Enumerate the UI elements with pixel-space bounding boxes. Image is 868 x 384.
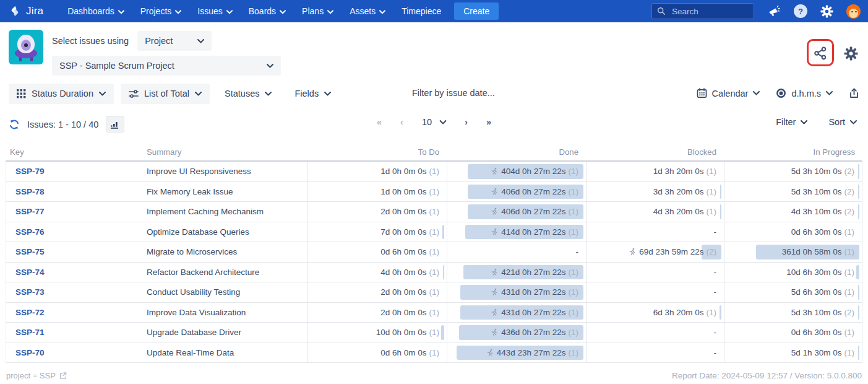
create-button[interactable]: Create bbox=[454, 2, 499, 20]
cell-summary: Update Real-Time Data bbox=[142, 343, 307, 363]
table-row: SSP-77Implement Caching Mechanism2d 0h 0… bbox=[6, 202, 862, 222]
status-duration-table: Key Summary To Do Done Blocked In Progre… bbox=[6, 143, 862, 363]
issue-key-link[interactable]: SSP-79 bbox=[15, 167, 45, 176]
cell-summary: Optimize Database Queries bbox=[142, 222, 307, 242]
issue-count: (1) bbox=[844, 268, 855, 277]
fields-button[interactable]: Fields bbox=[286, 84, 339, 104]
issue-key-link[interactable]: SSP-70 bbox=[15, 348, 45, 357]
help-icon[interactable]: ? bbox=[794, 4, 807, 18]
time-format-selector[interactable]: d.h.m.s bbox=[776, 88, 833, 98]
issue-count: (1) bbox=[429, 207, 440, 216]
issue-key-link[interactable]: SSP-73 bbox=[15, 287, 45, 297]
table-row: SSP-75Migrate to Microservices0d 6h 0m 0… bbox=[6, 242, 862, 263]
nav-item-boards[interactable]: Boards bbox=[241, 0, 294, 22]
app-avatar bbox=[9, 30, 43, 64]
nav-item-assets[interactable]: Assets bbox=[342, 0, 393, 22]
issue-key-link[interactable]: SSP-76 bbox=[15, 227, 45, 237]
nav-item-projects[interactable]: Projects bbox=[132, 0, 190, 22]
nav-item-dashboards[interactable]: Dashboards bbox=[59, 0, 132, 22]
issue-count: (1) bbox=[429, 287, 440, 297]
prev-page-button[interactable]: ‹ bbox=[400, 117, 403, 127]
calendar-selector[interactable]: Calendar bbox=[697, 88, 760, 98]
cell-inprogress: 0d 6h 30m 0s(1) bbox=[724, 323, 862, 343]
chevron-down-icon bbox=[118, 10, 124, 14]
issue-count: (1) bbox=[429, 187, 440, 196]
report-type-button[interactable]: Status Duration bbox=[9, 84, 114, 104]
user-avatar[interactable] bbox=[846, 4, 861, 19]
filter-button[interactable]: Filter bbox=[776, 117, 807, 127]
duration-value: 4d 0h 0m 0s bbox=[380, 268, 426, 277]
nav-item-plans[interactable]: Plans bbox=[294, 0, 342, 22]
report-meta: Report Date: 2024-05-09 12:57 / Version:… bbox=[672, 371, 862, 380]
issue-key-link[interactable]: SSP-71 bbox=[15, 328, 45, 337]
nav-item-timepiece[interactable]: Timepiece bbox=[393, 0, 449, 22]
calendar-icon bbox=[697, 88, 707, 98]
issue-count: (1) bbox=[844, 247, 855, 256]
global-search[interactable] bbox=[651, 3, 754, 19]
cell-key: SSP-72 bbox=[6, 303, 142, 323]
search-icon bbox=[657, 7, 666, 15]
cell-blocked: 69d 23h 59m 22s(2) bbox=[586, 242, 724, 262]
cell-key: SSP-73 bbox=[6, 282, 142, 302]
duration-value: 6d 3h 20m 0s bbox=[653, 308, 704, 317]
jql-text: project = SSP bbox=[6, 371, 56, 380]
table-row: SSP-70Update Real-Time Data0d 6h 0m 0s(1… bbox=[6, 343, 862, 364]
refresh-icon[interactable] bbox=[9, 119, 20, 130]
project-select[interactable]: SSP - Sample Scrum Project bbox=[52, 56, 281, 76]
jira-logo[interactable]: Jira bbox=[9, 5, 43, 18]
issue-count: (2) bbox=[844, 187, 855, 196]
cell-summary: Migrate to Microservices bbox=[142, 242, 307, 262]
chart-view-button[interactable] bbox=[106, 116, 124, 133]
duration-value: 2d 0h 0m 0s bbox=[380, 207, 426, 216]
next-page-button[interactable]: › bbox=[465, 117, 468, 127]
duration-value: 1d 0h 0m 0s bbox=[380, 187, 426, 196]
cell-blocked: 1d 3h 20m 0s(1) bbox=[586, 162, 724, 181]
duration-value: 0d 6h 0m 0s bbox=[380, 247, 426, 256]
megaphone-icon[interactable] bbox=[767, 5, 781, 17]
issue-key-link[interactable]: SSP-72 bbox=[15, 308, 45, 317]
sort-button[interactable]: Sort bbox=[828, 117, 857, 127]
share-icon[interactable] bbox=[813, 46, 828, 61]
table-header: Key Summary To Do Done Blocked In Progre… bbox=[6, 143, 862, 162]
gadget-settings-icon[interactable] bbox=[844, 46, 858, 61]
search-input[interactable] bbox=[671, 6, 745, 17]
jira-logo-icon bbox=[9, 5, 22, 18]
settings-gear-icon[interactable] bbox=[820, 5, 833, 18]
table-row: SSP-74Refactor Backend Architecture4d 0h… bbox=[6, 263, 862, 283]
table-row: SSP-76Optimize Database Queries7d 0h 0m … bbox=[6, 222, 862, 243]
col-header-key: Key bbox=[6, 143, 142, 160]
nav-item-issues[interactable]: Issues bbox=[189, 0, 240, 22]
list-type-button[interactable]: List of Total bbox=[121, 84, 210, 104]
external-link-icon[interactable] bbox=[59, 372, 67, 380]
cell-key: SSP-77 bbox=[6, 202, 142, 222]
cell-todo: 2d 0h 0m 0s(1) bbox=[307, 303, 447, 323]
cell-key: SSP-79 bbox=[6, 162, 142, 181]
cell-done: 404d 0h 27m 22s(1) bbox=[447, 162, 586, 181]
statuses-button[interactable]: Statuses bbox=[217, 84, 280, 104]
duration-value: 2d 0h 0m 0s bbox=[380, 308, 426, 317]
issue-source-select[interactable]: Project bbox=[137, 31, 212, 51]
first-page-button[interactable]: « bbox=[377, 117, 382, 127]
issue-count: (1) bbox=[429, 348, 440, 357]
page-size-select[interactable]: 10 bbox=[422, 117, 446, 127]
issue-date-filter[interactable]: Filter by issue date... bbox=[412, 88, 495, 98]
issue-key-link[interactable]: SSP-78 bbox=[15, 187, 45, 196]
last-page-button[interactable]: » bbox=[486, 117, 491, 127]
issue-key-link[interactable]: SSP-74 bbox=[15, 268, 45, 277]
issues-count-label: Issues: 1 - 10 / 40 bbox=[27, 120, 98, 129]
cell-summary: Upgrade Database Driver bbox=[142, 323, 307, 343]
issue-count: (1) bbox=[569, 227, 579, 237]
cell-inprogress: 361d 0h 58m 0s(1) bbox=[724, 242, 862, 262]
duration-value: 10d 0h 0m 0s bbox=[376, 328, 427, 337]
cell-summary: Refactor Backend Architecture bbox=[142, 263, 307, 282]
issue-count: (1) bbox=[429, 308, 440, 317]
nav-right-cluster: ? bbox=[651, 3, 861, 19]
cell-inprogress: 10d 6h 30m 0s(1) bbox=[724, 263, 862, 282]
duration-value: 361d 0h 58m 0s bbox=[782, 247, 842, 256]
issue-key-link[interactable]: SSP-77 bbox=[15, 207, 45, 216]
export-icon[interactable] bbox=[849, 88, 859, 99]
issue-key-link[interactable]: SSP-75 bbox=[15, 247, 45, 256]
issue-count: (1) bbox=[569, 167, 579, 176]
issue-count: (1) bbox=[844, 348, 855, 357]
table-row: SSP-72Improve Data Visualization2d 0h 0m… bbox=[6, 303, 862, 323]
